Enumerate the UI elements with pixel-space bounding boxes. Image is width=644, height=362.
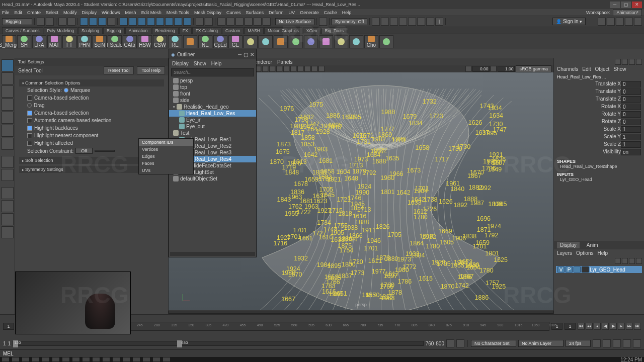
shelf-tab-fx-caching[interactable]: FX Caching (192, 27, 221, 34)
vp-wireframe-icon[interactable] (262, 66, 268, 72)
snap-point-icon[interactable] (235, 18, 244, 26)
shelf-button-16[interactable] (244, 35, 258, 48)
gamma-field[interactable]: 1.00 (498, 66, 515, 72)
fps-dropdown[interactable]: 24 fps (566, 340, 591, 347)
mask-edge-icon[interactable] (129, 18, 137, 26)
outliner-node-side[interactable]: side (169, 97, 256, 104)
outliner-icon[interactable] (2, 187, 14, 199)
shelf-button-20[interactable] (304, 35, 318, 48)
colorspace-dropdown[interactable]: sRGB gamma (516, 65, 551, 72)
shelf-tab-sculpting[interactable]: Sculpting (78, 27, 103, 34)
menu-select[interactable]: Select (46, 10, 58, 15)
outliner-node-realistic-head-geo[interactable]: ▾Realistic_Head_geo (169, 104, 256, 110)
layer-add-empty-icon[interactable] (629, 258, 635, 264)
select-components-icon[interactable] (89, 18, 97, 26)
menu-cache[interactable]: Cache (324, 10, 337, 15)
shelf-button-25[interactable] (379, 35, 393, 48)
shelf-button-18[interactable] (274, 35, 288, 48)
viewport-hscroll[interactable] (169, 311, 553, 314)
toggle-construction-history-icon[interactable] (319, 18, 327, 26)
layer-playback-toggle[interactable]: P (566, 266, 573, 273)
tool-settings-toggle-icon[interactable] (629, 59, 635, 65)
menu-uv[interactable]: UV (289, 10, 295, 15)
audio-toggle-icon[interactable] (613, 339, 621, 347)
vp-xray-joints-icon[interactable] (311, 66, 317, 72)
layer-menu-layers[interactable]: Layers (557, 250, 572, 256)
exposure-field[interactable]: 0.00 (472, 66, 490, 72)
shelf-button-FT[interactable]: FT (62, 35, 76, 48)
outliner-menu-show[interactable]: Show (194, 61, 206, 66)
attr-label[interactable]: Visibility (557, 149, 621, 155)
outliner-maximize-button[interactable]: ▢ (244, 52, 248, 57)
checkbox-camera-based-selection[interactable] (27, 96, 32, 101)
rotate-tool-icon[interactable] (2, 112, 14, 124)
go-to-start-button[interactable]: ⏮ (578, 323, 585, 330)
shelf-tab-rig-tools[interactable]: Rig_Tools (321, 27, 347, 34)
checkbox-highlight-nearest-component[interactable] (27, 133, 32, 138)
channel-node-name[interactable]: Head_Real_Low_Res ... (557, 74, 641, 79)
paint-select-tool-icon[interactable] (2, 85, 14, 98)
shelf-button-CpEd[interactable]: CpEd (213, 35, 227, 48)
shelf-button-MAT[interactable]: MAT (47, 35, 61, 48)
go-to-end-button[interactable]: ⏭ (634, 323, 641, 330)
shelf-tab-poly-modeling[interactable]: Poly Modeling (44, 27, 77, 34)
search-icon[interactable] (12, 357, 19, 361)
vp-shadows-icon[interactable] (290, 66, 296, 72)
modeling-toolkit-toggle-icon[interactable] (636, 59, 642, 65)
graph-editor-icon[interactable] (2, 213, 14, 225)
menu-windows[interactable]: Windows (102, 10, 120, 15)
task-view-icon[interactable] (22, 357, 29, 361)
shelf-button-SH[interactable]: SH (17, 35, 31, 48)
app-icon[interactable] (32, 357, 39, 361)
ipr-icon[interactable] (390, 18, 398, 26)
light-editor-icon[interactable] (426, 18, 434, 26)
render-region-icon[interactable] (381, 18, 389, 26)
shelf-button-RE[interactable]: RE (168, 35, 182, 48)
shelf-button-SelN[interactable]: SelN (93, 35, 107, 48)
viewport-menu-panels[interactable]: Panels (277, 59, 293, 65)
checkbox-highlight-affected[interactable] (27, 141, 32, 146)
playblast-icon[interactable] (593, 339, 601, 347)
layer-display-type[interactable] (574, 266, 581, 273)
app-icon[interactable] (123, 357, 130, 361)
shelf-tab-fx[interactable]: FX (179, 27, 192, 34)
common-selection-accordion[interactable]: Common Selection Options (19, 79, 164, 86)
outliner-menu-display[interactable]: Display (172, 61, 189, 66)
cached-playback-icon[interactable] (623, 339, 631, 347)
menu-mesh[interactable]: Mesh (125, 10, 136, 15)
highlight-icon[interactable] (205, 18, 213, 26)
shelf-button-S_Merge[interactable]: S_Merge (2, 35, 16, 48)
layer-menu-options[interactable]: Options (576, 250, 593, 256)
mask-uv-icon[interactable] (147, 18, 155, 26)
menu-generate[interactable]: Generate (300, 10, 319, 15)
attr-label[interactable]: Rotate Z (557, 119, 621, 125)
layer-color-swatch[interactable] (582, 266, 589, 273)
app-icon[interactable] (163, 357, 170, 361)
scale-tool-icon[interactable] (2, 125, 14, 137)
reset-tool-button[interactable]: Reset Tool (104, 66, 134, 74)
step-back-button[interactable]: ◂ (594, 323, 601, 330)
shelf-button-12[interactable] (183, 35, 197, 48)
shelf-button-21[interactable] (319, 35, 333, 48)
attr-value-field[interactable]: 0 (621, 81, 641, 87)
anim-layer-dropdown[interactable]: No Anim Layer (518, 340, 564, 347)
layer-row[interactable]: V P Lyr_GEO_Head (556, 266, 642, 273)
redo-icon[interactable] (67, 18, 75, 26)
attr-value-field[interactable]: 1 (621, 141, 641, 148)
character-set-dropdown[interactable]: No Character Set (471, 340, 516, 347)
pause-icon[interactable]: ‖ (435, 18, 443, 26)
shape-node-name[interactable]: Head_Real_Low_ResShape (557, 164, 641, 169)
attr-value-field[interactable]: 0 (621, 104, 641, 110)
outliner-node-defaultobjectset[interactable]: defaultObjectSet (169, 175, 256, 182)
shelf-button-23[interactable] (349, 35, 363, 48)
play-forward-button[interactable]: ▶ (610, 323, 617, 330)
menu-create[interactable]: Create (27, 10, 41, 15)
start-icon[interactable] (2, 357, 9, 361)
input-node-name[interactable]: Lyr_GEO_Head (557, 177, 641, 182)
channel-menu-show[interactable]: Show (613, 66, 626, 72)
attr-label[interactable]: Translate Y (557, 88, 621, 95)
outliner-node-test[interactable]: Test (169, 130, 256, 136)
vp-lights-icon[interactable] (283, 66, 289, 72)
layer-menu-help[interactable]: Help (597, 250, 608, 256)
context-item-uvs[interactable]: UVs (139, 167, 193, 174)
